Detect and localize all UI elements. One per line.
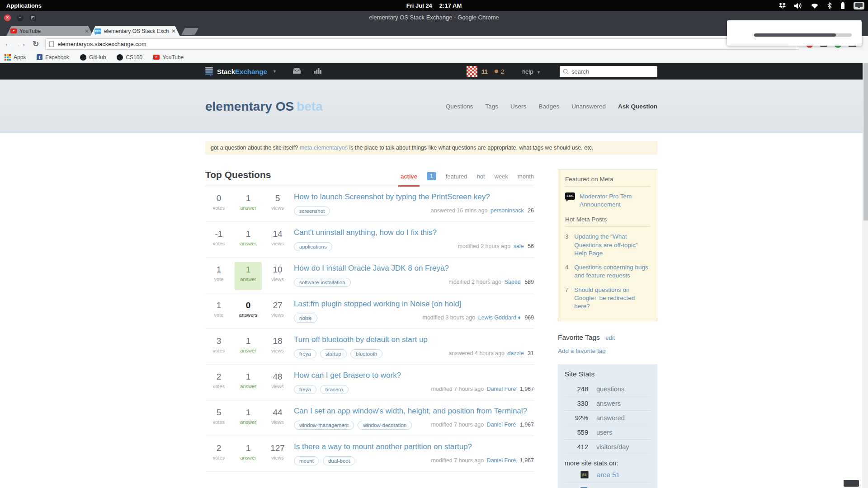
inbox-icon[interactable] [293, 67, 301, 75]
area-51-link[interactable]: area 51 [597, 471, 620, 479]
hot-meta-link[interactable]: Questions concerning bugs and feature re… [574, 263, 650, 280]
user-link[interactable]: sale [514, 243, 524, 249]
question-activity: modified 2 hours ago [448, 279, 501, 285]
dropbox-icon[interactable] [779, 3, 786, 9]
site-nav-link[interactable]: Tags [486, 103, 499, 110]
tag[interactable]: bluetooth [350, 349, 382, 358]
user-link[interactable]: Saeed [505, 279, 521, 285]
reputation-score[interactable]: 11 [481, 68, 488, 75]
bookmark-apps[interactable]: Apps [5, 54, 26, 61]
meta-site-link[interactable]: meta.elementaryos [300, 145, 348, 151]
tag[interactable]: screenshot [294, 206, 330, 216]
user-link[interactable]: personinsack [491, 207, 524, 214]
status-popup[interactable] [727, 20, 862, 46]
display-icon[interactable] [854, 2, 864, 9]
bluetooth-icon[interactable] [827, 2, 832, 9]
new-tab-button[interactable] [181, 28, 198, 35]
favorite-tags-edit-link[interactable]: edit [605, 334, 615, 341]
tag[interactable]: freya [294, 385, 316, 394]
votes-stat: 2 votes [205, 443, 232, 465]
reload-icon[interactable]: ↻ [33, 39, 39, 49]
question-filter-tab[interactable]: month [518, 173, 534, 180]
tag[interactable]: applications [294, 242, 332, 251]
url-input[interactable] [57, 41, 789, 47]
page-icon[interactable] [49, 41, 54, 47]
question-title[interactable]: Turn off bluetooth by default on start u… [294, 335, 534, 344]
forward-icon[interactable]: → [19, 39, 26, 48]
site-nav-link[interactable]: Unanswered [571, 103, 606, 110]
votes-label: votes [205, 205, 232, 211]
question-title[interactable]: How do I install Oracle Java JDK 8 on Fr… [294, 264, 534, 273]
help-menu[interactable]: help ▼ [522, 68, 541, 75]
bookmark-youtube[interactable]: YouTube [153, 54, 184, 61]
applications-menu[interactable]: Applications [6, 2, 42, 9]
tab-close-icon[interactable]: ✕ [171, 28, 176, 34]
tag[interactable]: dual-boot [323, 456, 355, 465]
votes-stat: -1 votes [205, 229, 232, 251]
add-favorite-tag-link[interactable]: Add a favorite tag [558, 347, 657, 354]
scrollbar-thumb[interactable] [863, 63, 868, 221]
battery-icon[interactable] [840, 2, 845, 9]
hot-meta-link[interactable]: Should questions on Google+ be redirecte… [574, 286, 650, 311]
search-icon [563, 69, 569, 75]
bookmark-github[interactable]: GitHub [80, 54, 106, 61]
site-stat-row: 92% answered [565, 411, 651, 425]
bookmark-cs100[interactable]: CS100 [117, 54, 142, 61]
site-nav-link[interactable]: Questions [446, 103, 473, 110]
tag[interactable]: brasero [320, 385, 349, 394]
bookmark-facebook[interactable]: f Facebook [37, 54, 69, 61]
question-filter-tab[interactable]: week [495, 173, 508, 180]
site-stat-label: questions [596, 385, 624, 393]
site-nav-link[interactable]: Badges [538, 103, 559, 110]
search-input[interactable] [571, 68, 654, 75]
question-filter-tab[interactable]: active [401, 173, 417, 180]
user-link[interactable]: Lewis Goddard ♦ [478, 314, 521, 321]
answers-label: answer [235, 455, 262, 460]
user-rep: 1,967 [520, 457, 534, 464]
search-box[interactable] [560, 66, 657, 77]
user-link[interactable]: dazzle [507, 350, 524, 357]
question-filter-tab[interactable]: 1 [427, 172, 436, 180]
featured-meta-link[interactable]: Moderator Pro Tem Announcement [580, 192, 650, 209]
question-title[interactable]: Last.fm plugin stopped working in Noise … [294, 300, 534, 309]
back-icon[interactable]: ← [5, 39, 12, 48]
tab-elementary-os-stack-exchange[interactable]: EOS elementary OS Stack Exch ✕ [90, 26, 180, 36]
user-link[interactable]: Daniel Foré [487, 386, 516, 392]
tab-youtube[interactable]: YouTube ✕ [6, 26, 93, 36]
tag[interactable]: window-management [294, 421, 354, 430]
panel-date: Fri Jul 24 [406, 2, 432, 9]
question-title[interactable]: Cant't uninstall anything, how do I fix … [294, 228, 534, 237]
question-title[interactable]: Is there a way to mount another partitio… [294, 442, 534, 451]
panel-clock[interactable]: Fri Jul 24 2:17 AM [406, 2, 462, 9]
tag[interactable]: software-installation [294, 278, 351, 287]
address-bar[interactable]: ☆ [45, 38, 799, 50]
wifi-icon[interactable] [811, 3, 819, 9]
question-title[interactable]: How can I get Brasero to work? [294, 371, 534, 380]
site-nav-link[interactable]: Users [510, 103, 526, 110]
user-link[interactable]: Daniel Foré [487, 422, 516, 428]
question-meta: modified 2 hours ago sale 56 [458, 243, 534, 249]
question-title[interactable]: Can I set an app window's width, height,… [294, 407, 534, 416]
stackexchange-logo[interactable]: StackExchange ▼ [205, 67, 277, 76]
question-row: 2 votes 1 answer 127 views [205, 436, 534, 472]
site-nav-link[interactable]: Ask Question [618, 103, 657, 110]
question-stats: 3 votes 1 answer 18 views [205, 335, 294, 358]
avatar[interactable] [467, 66, 477, 77]
volume-icon[interactable] [794, 3, 802, 9]
tag[interactable]: mount [294, 456, 319, 465]
tag[interactable]: freya [294, 349, 316, 358]
tag[interactable]: window-decoration [358, 421, 412, 430]
hot-meta-link[interactable]: Updating the “What Questions are off-top… [574, 233, 650, 258]
answers-stat: 1 answer [235, 372, 262, 394]
question-title[interactable]: How to launch Screenshot by typing the P… [294, 192, 534, 202]
page-scrollbar[interactable] [863, 63, 868, 488]
question-filter-tab[interactable]: featured [446, 173, 467, 180]
tag[interactable]: noise [294, 314, 317, 323]
tab-close-icon[interactable]: ✕ [85, 28, 89, 34]
question-filter-tab[interactable]: hot [476, 173, 485, 180]
site-title[interactable]: elementary OSbeta [205, 99, 323, 114]
user-link[interactable]: Daniel Foré [487, 457, 516, 464]
votes-stat: 2 votes [205, 372, 232, 394]
tag[interactable]: startup [320, 349, 347, 358]
achievements-icon[interactable] [314, 67, 321, 75]
